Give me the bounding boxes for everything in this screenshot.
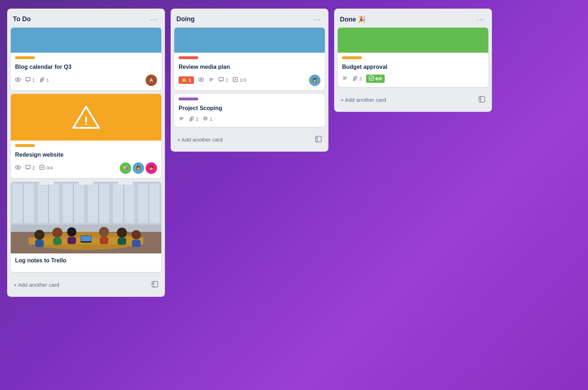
card-avatars: A [146, 75, 157, 86]
svg-point-0 [15, 78, 20, 81]
column-done-title: Done 🎉 [340, 15, 366, 23]
column-done: Done 🎉 ··· Budget approval 2 [334, 9, 492, 112]
svg-rect-37 [81, 236, 91, 241]
column-doing-menu-button[interactable]: ··· [311, 14, 323, 24]
description-icon [179, 116, 184, 123]
card-meta: 1 1 A [15, 75, 157, 86]
warning-triangle-icon: ! [72, 103, 100, 132]
svg-rect-61 [369, 76, 374, 80]
card-redesign-website[interactable]: ! Redesign website 2 [11, 94, 161, 178]
svg-rect-40 [118, 182, 133, 185]
attachment-icon [189, 116, 194, 123]
card-avatars: 👩 [309, 75, 321, 86]
add-card-button-doing[interactable]: + Add another card [174, 132, 325, 147]
checklist-count: 0/4 [46, 165, 53, 171]
description-icon [208, 77, 214, 84]
svg-rect-62 [479, 96, 485, 102]
comment-icon [218, 77, 224, 84]
svg-rect-29 [67, 237, 76, 244]
card-cover-green [338, 28, 488, 53]
eye-icon [15, 165, 21, 171]
dropbox-icon [203, 116, 208, 123]
avatar-3: 👧 [146, 162, 157, 174]
card-cover-blue [11, 28, 161, 53]
svg-point-45 [200, 79, 202, 80]
add-card-label: + Add another card [14, 282, 59, 288]
card-template-icon [151, 281, 158, 289]
card-template-icon [478, 96, 485, 104]
svg-rect-41 [152, 281, 158, 287]
column-done-title-text: Done [340, 16, 356, 23]
avatar-1: 👒 [120, 162, 131, 174]
card-template-icon [315, 135, 322, 144]
column-doing-title: Doing [176, 15, 195, 23]
card-review-media-plan[interactable]: Review media plan 🔔 1 [174, 28, 325, 90]
svg-point-4 [15, 166, 20, 169]
comment-meta: 2 [25, 165, 35, 171]
label-orange [342, 56, 362, 59]
comment-count: 2 [226, 77, 228, 83]
svg-rect-33 [118, 238, 126, 245]
card-title: Log notes to Trello [15, 257, 157, 265]
dropbox-meta: 1 [203, 116, 212, 123]
card-title: Budget approval [342, 63, 484, 71]
eye-icon [15, 77, 21, 84]
card-cover-blue [174, 28, 325, 53]
svg-point-24 [34, 230, 44, 240]
card-meta: 2 0/4 👒 👩 👧 [15, 162, 157, 174]
svg-point-28 [67, 227, 76, 237]
add-card-label: + Add another card [177, 137, 223, 143]
card-title: Blog calendar for Q3 [15, 63, 157, 71]
label-purple [179, 98, 198, 100]
attachment-meta: 2 [352, 75, 362, 82]
card-meta: 2 1 [179, 116, 321, 123]
column-todo-header: To Do ··· [11, 13, 161, 28]
attachment-meta: 2 [189, 116, 198, 123]
card-meeting-cover [11, 182, 161, 253]
checklist-complete-icon [369, 76, 374, 82]
card-body: Redesign website 2 0/4 [11, 141, 161, 178]
column-todo: To Do ··· Blog calendar for Q3 1 [7, 9, 165, 297]
svg-rect-27 [53, 238, 62, 245]
column-done-menu-button[interactable]: ··· [475, 14, 486, 24]
card-body: Blog calendar for Q3 1 [11, 53, 161, 90]
svg-point-1 [17, 79, 19, 80]
card-avatars: 👒 👩 👧 [120, 162, 157, 174]
card-project-scoping[interactable]: Project Scoping 2 [174, 94, 325, 127]
svg-rect-39 [79, 182, 93, 185]
attachment-count: 2 [359, 76, 362, 81]
add-card-button-todo[interactable]: + Add another card [11, 277, 161, 292]
add-card-label: + Add another card [341, 97, 386, 103]
card-body: Log notes to Trello [11, 253, 161, 272]
description-icon [342, 75, 348, 82]
checklist-meta: 1/3 [232, 77, 246, 84]
description-meta [342, 75, 348, 82]
comment-icon [25, 77, 31, 84]
checklist-meta: 0/4 [39, 165, 53, 171]
view-meta [15, 77, 21, 84]
checklist-count: 1/3 [240, 77, 246, 83]
column-doing-header: Doing ··· [174, 13, 325, 28]
comment-icon [25, 165, 31, 171]
card-log-notes[interactable]: Log notes to Trello [11, 182, 161, 272]
comment-count: 1 [32, 77, 35, 83]
eye-icon [198, 77, 204, 84]
card-meta: 🔔 1 2 [179, 75, 321, 86]
column-todo-title: To Do [13, 15, 31, 23]
card-body: Project Scoping 2 [174, 94, 325, 127]
card-blog-calendar[interactable]: Blog calendar for Q3 1 [11, 28, 161, 90]
svg-rect-35 [132, 240, 141, 247]
svg-rect-25 [35, 240, 44, 247]
card-budget-approval[interactable]: Budget approval 2 6/6 [338, 28, 488, 87]
view-meta [198, 77, 204, 84]
card-body: Budget approval 2 6/6 [338, 53, 488, 87]
label-red [179, 56, 198, 59]
attachment-icon [39, 77, 45, 84]
view-meta [15, 165, 21, 171]
column-todo-menu-button[interactable]: ··· [148, 14, 159, 24]
svg-point-34 [132, 230, 141, 239]
card-body: Review media plan 🔔 1 [174, 53, 325, 90]
add-card-button-done[interactable]: + Add another card [338, 92, 488, 108]
card-title: Project Scoping [179, 105, 321, 112]
description-meta [208, 77, 214, 84]
